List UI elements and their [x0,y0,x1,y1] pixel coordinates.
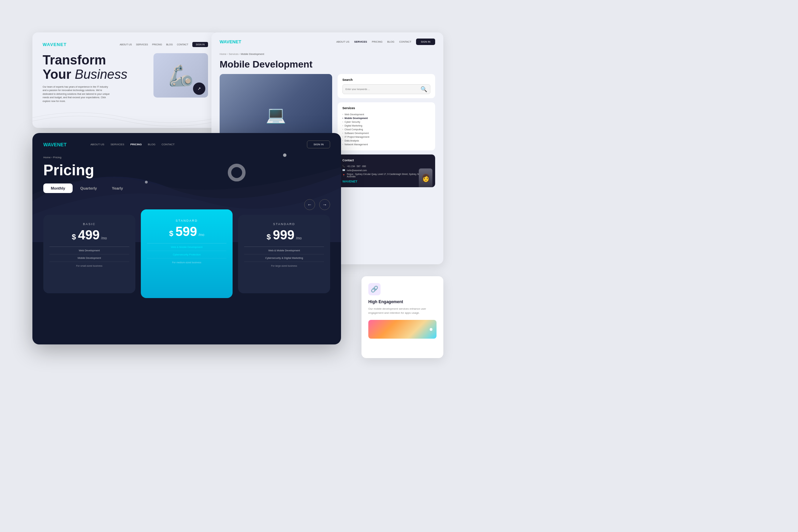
services-list-label: Services [342,106,430,110]
nav-about[interactable]: ABOUT US [120,43,132,46]
toggle-yearly[interactable]: Yearly [104,183,130,193]
hero-content: Transform Your Business Our team of expe… [43,53,208,103]
toggle-monthly[interactable]: Monthly [43,183,73,193]
plan-high-period: /mo [296,236,302,240]
nav-pricing[interactable]: PRICING [152,43,162,46]
service-item-cyber[interactable]: Cyber Security [342,120,430,124]
plan-standard-subtext: For medium-sized business [147,261,227,264]
plan-standard-feat2: Cybersecurity Protection [147,251,227,258]
services-logo: WAVENET [220,39,241,44]
hero-logo: WAVENET [43,42,66,47]
pricing-sign-in[interactable]: SIGN IN [307,141,330,148]
hero-nav: WAVENET ABOUT US SERVICES PRICING BLOG C… [43,42,208,47]
nav-blog[interactable]: BLOG [166,43,173,46]
srv-nav-about[interactable]: ABOUT US [336,40,349,43]
services-nav-links: ABOUT US SERVICES PRICING BLOG CONTACT S… [336,39,435,45]
service-item-cloud[interactable]: Cloud Computing [342,128,430,131]
pricing-toggle: Monthly Quarterly Yearly [32,183,341,199]
email-icon: ✉️ [342,169,345,172]
plan-basic-feat2: Mobile Development [49,254,129,262]
hero-nav-links: ABOUT US SERVICES PRICING BLOG CONTACT S… [120,42,208,47]
plan-high-features: Web & Mobile Development Cybersecurity &… [244,247,324,262]
plan-basic-price: $ 499 /mo [49,228,129,242]
plan-high-amount: 999 [273,228,294,242]
pricing-card: WAVENET ABOUT US SERVICES PRICING BLOG C… [32,133,341,344]
location-icon: 📍 [342,174,345,177]
service-item-it[interactable]: IT Project Management [342,135,430,139]
toggle-quarterly[interactable]: Quarterly [73,183,104,193]
search-icon: 🔍 [420,86,427,92]
plan-standard-tier: STANDARD [147,219,227,222]
pri-nav-pricing[interactable]: PRICING [130,143,142,146]
service-item-web[interactable]: Web Development [342,113,430,116]
plan-standard-feat1: Web & Mobile Development [147,243,227,251]
services-page-title: Mobile Development [211,57,443,74]
pricing-page-title: Pricing [32,159,341,183]
pri-nav-blog[interactable]: BLOG [148,143,156,146]
engagement-gradient-bar [368,320,437,339]
pri-nav-about[interactable]: ABOUT US [90,143,104,146]
plan-standard-price: $ 599 /mo [147,224,227,239]
nav-contact[interactable]: CONTACT [177,43,188,46]
pri-nav-services[interactable]: SERVICES [110,143,124,146]
hero-card: WAVENET ABOUT US SERVICES PRICING BLOG C… [32,32,218,128]
engagement-title: High Engagement [368,299,437,304]
plan-standard-features: Web & Mobile Development Cybersecurity P… [147,243,227,258]
link-icon: 🔗 [371,285,378,293]
search-input-row[interactable]: 🔍 [342,84,430,94]
plan-basic-amount: 499 [78,228,100,242]
service-item-mobile[interactable]: Mobile Development [342,116,430,120]
plan-basic-subtext: For small-sized business [49,265,129,267]
plan-standard-featured: STANDARD $ 599 /mo Web & Mobile Developm… [141,209,233,298]
search-input[interactable] [345,88,420,90]
engagement-icon-box: 🔗 [368,283,381,295]
contact-email: ✉️ hello@wavenet.com [342,169,430,172]
plan-basic: BASIC $ 499 /mo Web Development Mobile D… [43,215,135,293]
plan-high-subtext: For large-sized business [244,265,324,267]
next-arrow[interactable]: → [319,199,330,210]
plan-basic-feat1: Web Development [49,247,129,254]
engagement-dot [430,328,432,331]
wave-decoration [32,107,218,128]
services-nav: WAVENET ABOUT US SERVICES PRICING BLOG C… [211,32,443,51]
srv-nav-pricing[interactable]: PRICING [372,40,382,43]
plan-high-price: $ 999 /mo [244,228,324,242]
contact-address: 📍 Regus · Sydney Circular Quay, Level 17… [342,173,430,178]
service-item-data[interactable]: Data Analysis [342,139,430,143]
plan-basic-period: /mo [101,236,107,240]
plan-high-feat1: Web & Mobile Development [244,247,324,254]
pricing-plans: BASIC $ 499 /mo Web Development Mobile D… [32,215,341,298]
plan-standard-period: /mo [198,233,204,237]
services-breadcrumb: Home › Services › Mobile Development [211,51,443,57]
phone-icon: 📞 [342,165,345,167]
explore-badge: ↗ [193,83,205,95]
services-items: Web Development Mobile Development Cyber… [342,113,430,146]
prev-arrow[interactable]: ← [304,199,315,210]
plan-basic-features: Web Development Mobile Development [49,247,129,262]
services-list: Services Web Development Mobile Developm… [338,102,435,150]
hero-sign-in[interactable]: SIGN IN [192,42,208,47]
nav-services[interactable]: SERVICES [136,43,148,46]
plan-basic-tier: BASIC [49,222,129,226]
plan-high-dollar: $ [267,233,273,241]
pricing-breadcrumb: Home › Pricing [32,156,341,159]
search-label: Search [342,78,430,82]
service-item-software[interactable]: Software Development [342,131,430,135]
plan-high-feat2: Cybersecurity & Digital Marketing [244,254,324,262]
pricing-nav-links: ABOUT US SERVICES PRICING BLOG CONTACT [90,143,175,146]
contact-box: Contact 📞 +61 234 · 567 · 890 ✉️ hello@w… [338,154,435,187]
pricing-logo: WAVENET [43,142,66,147]
contact-label: Contact [342,159,430,162]
service-item-network[interactable]: Network Management [342,143,430,146]
services-sign-in[interactable]: SIGN IN [416,39,435,45]
srv-nav-contact[interactable]: CONTACT [399,40,411,43]
contact-avatar: 👩 [419,168,432,187]
plan-standard-dollar: $ [169,229,175,238]
pricing-nav: WAVENET ABOUT US SERVICES PRICING BLOG C… [32,133,341,156]
service-item-digital[interactable]: Digital Marketing [342,124,430,128]
srv-nav-blog[interactable]: BLOG [387,40,395,43]
hero-text: Transform Your Business Our team of expe… [43,53,147,103]
pri-nav-contact[interactable]: CONTACT [162,143,175,146]
srv-nav-services[interactable]: SERVICES [354,40,367,43]
services-sidebar: Search 🔍 Services Web Development Mobile… [338,74,435,187]
